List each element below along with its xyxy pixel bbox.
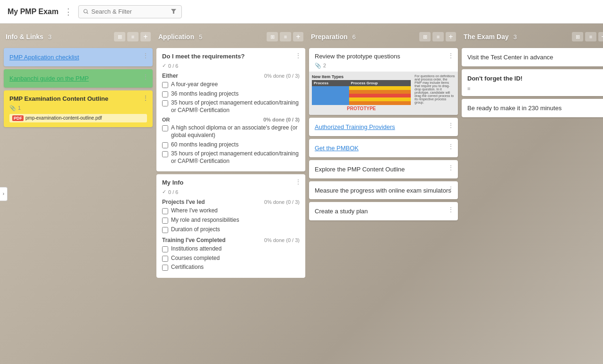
check-label-p1: Where I've worked [171, 207, 218, 215]
card-menu-explore-content[interactable]: ⋮ [448, 164, 454, 171]
col-list-btn-prep[interactable]: ≡ [432, 32, 444, 41]
checkbox-t3[interactable] [162, 265, 168, 271]
search-input[interactable] [91, 8, 168, 15]
section-header-either: Either 0% done (0 / 3) [162, 73, 300, 79]
card-title-visit-test-center: Visit the Test Center in advance [467, 54, 553, 61]
or-label: OR [162, 117, 170, 122]
card-menu-kanbanchi[interactable]: ⋮ [142, 73, 149, 81]
col-layout-btn-exam[interactable]: ⊞ [572, 32, 583, 41]
col-layout-btn-app[interactable]: ⊞ [267, 32, 278, 41]
checkbox-p3[interactable] [162, 227, 168, 233]
check-item-1: A four-year degree [162, 81, 300, 89]
checkbox-p1[interactable] [162, 208, 168, 214]
card-menu-study-plan[interactable]: ⋮ [448, 206, 454, 213]
col-count-application: 5 [199, 33, 202, 40]
proto-th-group: Process Group [349, 80, 411, 86]
proto-right-description: For questions on definitions and process… [413, 74, 455, 112]
proto-cell-orange-2 [349, 90, 411, 94]
col-title-preparation: Preparation [311, 33, 348, 40]
col-actions-preparation: ⊞ ≡ + [419, 32, 456, 41]
col-actions-exam-day: ⊞ ≡ + [572, 32, 603, 41]
col-list-btn[interactable]: ≡ [127, 32, 139, 41]
check-item-t3: Certifications [162, 264, 300, 271]
checkbox-4[interactable] [162, 125, 168, 131]
card-dont-forget-id: Don't forget the ID! ⋮ ≡ [462, 69, 603, 96]
check-item-2: 36 months leading projects [162, 90, 300, 98]
column-preparation: Preparation 6 ⊞ ≡ + ⋮ Review the prototy… [309, 29, 458, 358]
proto-cell-blue-5 [312, 101, 349, 105]
check-label-p2: My role and responsibilities [171, 217, 239, 224]
attachment-icon: 📎 [9, 105, 16, 111]
header-menu-dots[interactable]: ⋮ [64, 7, 73, 17]
check-label-4: A high school diploma or an associate's … [171, 124, 300, 139]
svg-marker-2 [171, 9, 176, 14]
card-menu-my-info[interactable]: ⋮ [295, 178, 302, 186]
section-header-projects: Projects I've led 0% done (0 / 3) [162, 199, 300, 205]
attachment-icon-proto: 📎 [315, 63, 321, 69]
proto-cell-yellow-1 [349, 86, 411, 90]
proto-row-1 [312, 86, 411, 90]
check-item-p3: Duration of projects [162, 226, 300, 234]
card-title-authorized-training[interactable]: Authorized Training Providers [315, 123, 395, 130]
or-divider: OR 0% done (0 / 3) [162, 117, 300, 122]
checkbox-2[interactable] [162, 91, 168, 97]
checkbox-6[interactable] [162, 151, 168, 157]
card-title-kanbanchi-guide[interactable]: Kanbanchi guide on the PMP [9, 75, 89, 82]
card-menu-authorized-training[interactable]: ⋮ [448, 121, 454, 129]
col-add-card-btn[interactable]: + [140, 32, 151, 41]
card-menu-prototype[interactable]: ⋮ [448, 52, 454, 59]
card-title-prototype: Review the prototype questions [315, 53, 452, 61]
card-attachment-prototype: 📎 2 [315, 63, 452, 69]
card-menu-get-pmbok[interactable]: ⋮ [448, 143, 454, 150]
col-header-info-links: Info & Links 3 ⊞ ≡ + [4, 29, 153, 44]
col-header-preparation: Preparation 6 ⊞ ≡ + [309, 29, 458, 44]
card-title-pmp-checklist[interactable]: PMP Application checklist [9, 54, 79, 61]
check-icon-my-info: ✓ [162, 189, 166, 195]
progress-text-my-info: 0 / 6 [168, 189, 178, 195]
col-cards-info-links: PMP Application checklist ⋮ Kanbanchi gu… [4, 48, 153, 127]
col-list-btn-app[interactable]: ≡ [280, 32, 291, 41]
card-menu-dont-forget-id[interactable]: ⋮ [600, 73, 603, 81]
col-add-card-btn-prep[interactable]: + [446, 32, 456, 41]
card-title-do-i-meet: Do I meet the requirements? [162, 53, 300, 60]
col-list-btn-exam[interactable]: ≡ [585, 32, 596, 41]
checkbox-p2[interactable] [162, 218, 168, 224]
proto-label-new-item-types: New Item Types [312, 74, 411, 79]
kanban-board: Info & Links 3 ⊞ ≡ + PMP Application che… [0, 24, 603, 364]
progress-text-do-i-meet: 0 / 6 [168, 63, 178, 69]
check-item-5: 60 months leading projects [162, 141, 300, 149]
menu-line-icon: ≡ [467, 86, 470, 91]
card-menu-visit-test-center[interactable]: ⋮ [600, 52, 603, 59]
sidebar-toggle[interactable]: › [0, 187, 8, 201]
card-title-get-pmbok[interactable]: Get the PMBOK [315, 145, 359, 152]
col-count-exam-day: 3 [513, 33, 517, 40]
col-add-card-btn-app[interactable]: + [293, 32, 303, 41]
card-menu-pmp-outline[interactable]: ⋮ [142, 94, 149, 102]
section-title-training: Training I've Completed [162, 237, 226, 243]
checkbox-t2[interactable] [162, 256, 168, 262]
col-title-application: Application [158, 33, 194, 40]
search-bar[interactable] [78, 5, 182, 18]
col-layout-btn-prep[interactable]: ⊞ [419, 32, 431, 41]
proto-row-3 [312, 94, 411, 97]
filter-icon[interactable] [171, 8, 177, 16]
card-menu-do-i-meet[interactable]: ⋮ [295, 52, 302, 59]
checkbox-5[interactable] [162, 142, 168, 148]
check-label-t2: Courses completed [171, 255, 220, 262]
section-header-training: Training I've Completed 0% done (0 / 3) [162, 237, 300, 243]
checkbox-3[interactable] [162, 100, 168, 106]
checkbox-1[interactable] [162, 82, 168, 88]
checkbox-t1[interactable] [162, 246, 168, 252]
card-menu-pmp-checklist[interactable]: ⋮ [142, 52, 149, 59]
card-menu-be-ready[interactable]: ⋮ [600, 103, 603, 110]
check-label-t3: Certifications [171, 264, 204, 271]
col-actions-application: ⊞ ≡ + [267, 32, 303, 41]
card-title-measure-progress: Measure the progress with online exam si… [315, 187, 451, 194]
id-menu-item-1: ≡ [467, 86, 603, 91]
col-add-card-btn-exam[interactable]: + [598, 32, 603, 41]
card-menu-measure-progress[interactable]: ⋮ [448, 185, 454, 193]
card-title-be-ready: Be ready to make it in 230 minutes [467, 105, 562, 112]
proto-row-4 [312, 97, 411, 101]
col-layout-btn[interactable]: ⊞ [114, 32, 125, 41]
svg-line-1 [87, 13, 88, 14]
